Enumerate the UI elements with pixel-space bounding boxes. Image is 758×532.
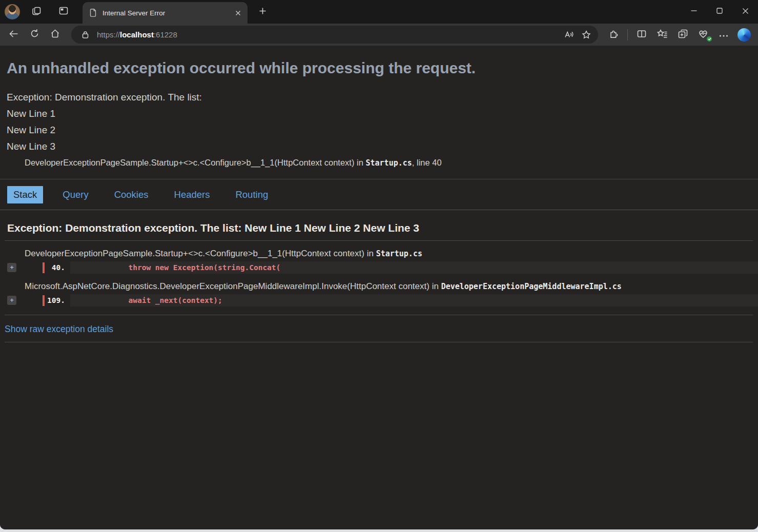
back-button[interactable]	[4, 26, 24, 44]
window-close-button[interactable]	[732, 0, 758, 24]
stack-frame-code-row: + 40. throw new Exception(string.Concat(	[0, 261, 758, 274]
code-line-number: 109.	[45, 296, 65, 304]
tab-actions-icon	[58, 5, 69, 18]
stack-frame-code-row: + 109. await _next(context);	[0, 294, 758, 306]
expand-context-button[interactable]: +	[7, 263, 16, 272]
exception-line-2: New Line 2	[7, 122, 751, 138]
url-text[interactable]: https://localhost:61228	[97, 30, 559, 39]
stack-preview-method: DeveloperExceptionPageSample.Startup+<>c…	[25, 158, 354, 167]
tab-close-button[interactable]	[232, 7, 243, 18]
favorites-button[interactable]	[652, 26, 672, 44]
home-button[interactable]	[45, 26, 65, 44]
tab-title: Internal Server Error	[103, 9, 232, 17]
browser-titlebar: Internal Server Error	[0, 0, 758, 24]
browser-navbar: https://localhost:61228	[0, 24, 758, 46]
tab-stack[interactable]: Stack	[7, 186, 43, 203]
site-info-lock-icon[interactable]	[78, 28, 92, 42]
stack-preview-line: DeveloperExceptionPageSample.Startup+<>c…	[25, 158, 751, 168]
exception-intro: Exception: Demonstration exception. The …	[7, 89, 751, 106]
url-scheme: https://	[97, 30, 120, 39]
frame-in-word: in	[432, 281, 439, 291]
page-title: An unhandled exception occurred while pr…	[7, 59, 751, 77]
browser-essentials-button[interactable]	[693, 26, 713, 44]
frame-in-word: in	[367, 249, 374, 258]
new-tab-button[interactable]	[255, 4, 270, 19]
code-line-source: await _next(context);	[70, 294, 758, 306]
read-aloud-button[interactable]	[561, 28, 577, 42]
show-raw-exception-details-link[interactable]: Show raw exception details	[5, 324, 113, 335]
stack-preview-in: in	[357, 158, 363, 167]
stack-preview-file: Startup.cs	[365, 158, 412, 168]
tab-actions-button[interactable]	[55, 4, 72, 20]
browser-tab-internal-server-error[interactable]: Internal Server Error	[83, 2, 248, 24]
collections-icon	[678, 29, 688, 41]
workspaces-button[interactable]	[29, 4, 45, 20]
exception-line-3: New Line 3	[7, 138, 751, 155]
stack-frame-method: DeveloperExceptionPageSample.Startup+<>c…	[25, 249, 751, 259]
profile-avatar[interactable]	[5, 4, 20, 19]
stack-preview-suffix: , line 40	[412, 158, 442, 167]
address-bar[interactable]: https://localhost:61228	[71, 26, 598, 44]
home-icon	[50, 29, 60, 40]
tab-query[interactable]: Query	[56, 186, 94, 203]
collections-button[interactable]	[672, 26, 693, 44]
tab-routing[interactable]: Routing	[229, 186, 274, 203]
split-screen-icon	[637, 29, 647, 40]
copilot-icon	[737, 28, 751, 42]
minimize-icon	[690, 7, 698, 16]
window-maximize-button[interactable]	[707, 0, 732, 24]
url-host: localhost	[120, 30, 154, 39]
tab-cookies[interactable]: Cookies	[108, 186, 155, 203]
error-tabs-row: Stack Query Cookies Headers Routing	[0, 179, 758, 210]
page-favicon-icon	[89, 8, 97, 17]
frame-file: DeveloperExceptionPageMiddlewareImpl.cs	[441, 282, 622, 291]
favorites-star-list-icon	[657, 29, 668, 40]
frame-method-text: DeveloperExceptionPageSample.Startup+<>c…	[25, 249, 364, 258]
settings-more-button[interactable]	[713, 26, 734, 44]
exception-line-1: New Line 1	[7, 106, 751, 122]
navbar-divider	[627, 29, 628, 40]
workspaces-icon	[31, 5, 43, 18]
tab-headers[interactable]: Headers	[168, 186, 216, 203]
maximize-icon	[716, 7, 723, 16]
stack-frame-method: Microsoft.AspNetCore.Diagnostics.Develop…	[25, 281, 751, 292]
exception-message: Exception: Demonstration exception. The …	[7, 89, 751, 155]
url-port: :61228	[154, 30, 177, 39]
refresh-button[interactable]	[24, 26, 45, 44]
extensions-puzzle-icon	[608, 29, 619, 41]
close-icon	[742, 7, 749, 16]
essentials-status-badge	[707, 36, 712, 42]
plus-icon	[259, 7, 267, 17]
expand-context-button[interactable]: +	[7, 296, 16, 305]
code-line-number: 40.	[45, 263, 65, 272]
frame-method-text: Microsoft.AspNetCore.Diagnostics.Develop…	[25, 281, 429, 291]
frame-file: Startup.cs	[376, 249, 422, 258]
error-page-content: An unhandled exception occurred while pr…	[0, 46, 758, 529]
extensions-button[interactable]	[603, 26, 624, 44]
divider	[5, 240, 753, 241]
copilot-button[interactable]	[734, 26, 754, 44]
split-screen-button[interactable]	[631, 26, 652, 44]
window-minimize-button[interactable]	[681, 0, 707, 24]
favorite-star-button[interactable]	[579, 28, 594, 42]
refresh-icon	[30, 29, 39, 40]
browser-window: Internal Server Error	[0, 0, 758, 529]
divider	[5, 342, 753, 342]
exception-section-heading: Exception: Demonstration exception. The …	[7, 222, 751, 234]
code-line-source: throw new Exception(string.Concat(	[70, 261, 758, 274]
more-dots-icon	[719, 30, 728, 39]
divider	[5, 315, 753, 315]
back-arrow-icon	[9, 29, 19, 40]
